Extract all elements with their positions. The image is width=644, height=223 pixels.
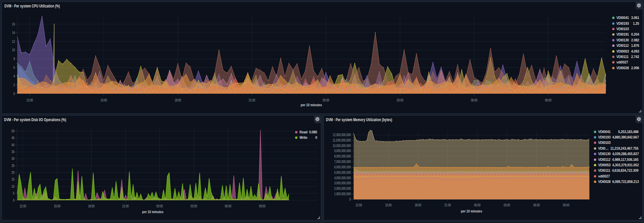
svg-text:06:00: 06:00 xyxy=(225,204,232,208)
svg-text:2: 2 xyxy=(14,83,15,87)
svg-text:09:00: 09:00 xyxy=(545,98,552,102)
svg-text:per 10 minutes: per 10 minutes xyxy=(301,103,322,107)
svg-text:30: 30 xyxy=(12,157,15,161)
svg-text:03:00: 03:00 xyxy=(504,203,511,207)
svg-text:0: 0 xyxy=(349,198,351,201)
svg-text:00:00: 00:00 xyxy=(323,98,330,102)
svg-text:8: 8 xyxy=(14,57,15,61)
svg-text:12:00: 12:00 xyxy=(355,203,362,207)
svg-text:12:00: 12:00 xyxy=(20,204,26,208)
svg-text:1,000,000,000: 1,000,000,000 xyxy=(334,192,351,196)
svg-text:11,000,000,000: 11,000,000,000 xyxy=(333,138,351,142)
svg-text:06:00: 06:00 xyxy=(471,98,478,102)
svg-text:00:00: 00:00 xyxy=(157,204,163,208)
svg-text:18:00: 18:00 xyxy=(174,98,181,102)
svg-text:4,000,000,000: 4,000,000,000 xyxy=(334,176,351,180)
svg-text:12: 12 xyxy=(12,40,15,43)
svg-text:12:00: 12:00 xyxy=(26,98,33,102)
svg-text:06:00: 06:00 xyxy=(533,203,540,207)
svg-text:09:00: 09:00 xyxy=(259,204,266,208)
svg-text:per 10 minutes: per 10 minutes xyxy=(461,209,482,213)
svg-text:50: 50 xyxy=(12,129,15,133)
svg-text:12,000,000,000: 12,000,000,000 xyxy=(333,133,351,137)
svg-text:35: 35 xyxy=(12,150,15,154)
svg-text:03:00: 03:00 xyxy=(191,204,198,208)
svg-text:40: 40 xyxy=(12,143,15,147)
svg-text:15:00: 15:00 xyxy=(101,98,107,102)
svg-text:15:00: 15:00 xyxy=(54,204,61,208)
svg-text:03:00: 03:00 xyxy=(397,98,403,102)
svg-text:18:00: 18:00 xyxy=(88,204,95,208)
svg-text:9,000,000,000: 9,000,000,000 xyxy=(334,149,351,153)
svg-text:15:00: 15:00 xyxy=(385,203,392,207)
svg-text:14: 14 xyxy=(12,31,15,35)
svg-text:3,000,000,000: 3,000,000,000 xyxy=(334,181,351,185)
svg-text:15: 15 xyxy=(12,178,15,181)
svg-text:10: 10 xyxy=(12,185,15,188)
svg-text:45: 45 xyxy=(12,136,15,140)
svg-text:2,000,000,000: 2,000,000,000 xyxy=(334,187,351,190)
svg-text:0: 0 xyxy=(14,92,15,96)
svg-text:6,000,000,000: 6,000,000,000 xyxy=(334,165,351,169)
svg-text:5: 5 xyxy=(13,191,15,195)
svg-text:20: 20 xyxy=(12,171,15,174)
svg-text:per 10 minutes: per 10 minutes xyxy=(142,210,164,214)
svg-text:4: 4 xyxy=(14,74,15,78)
svg-text:16: 16 xyxy=(12,22,15,26)
svg-text:5,000,000,000: 5,000,000,000 xyxy=(334,171,351,174)
svg-text:7,000,000,000: 7,000,000,000 xyxy=(334,160,351,164)
svg-text:09:00: 09:00 xyxy=(563,203,570,207)
svg-text:21:00: 21:00 xyxy=(249,98,255,102)
svg-text:21:00: 21:00 xyxy=(444,203,451,207)
svg-text:25: 25 xyxy=(12,164,15,168)
svg-text:6: 6 xyxy=(14,66,15,70)
svg-text:8,000,000,000: 8,000,000,000 xyxy=(334,154,351,158)
svg-text:18:00: 18:00 xyxy=(415,203,421,207)
svg-text:00:00: 00:00 xyxy=(474,203,481,207)
svg-text:21:00: 21:00 xyxy=(122,204,129,208)
svg-text:0: 0 xyxy=(13,199,15,202)
svg-text:10: 10 xyxy=(12,48,15,52)
svg-text:10,000,000,000: 10,000,000,000 xyxy=(333,144,351,148)
